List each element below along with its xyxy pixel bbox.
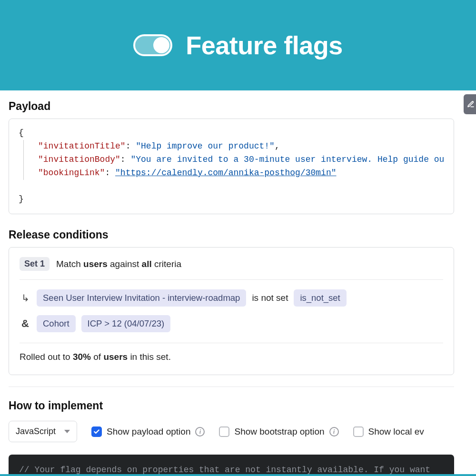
cohort-label-chip[interactable]: Cohort xyxy=(37,315,76,332)
info-icon[interactable]: i xyxy=(329,427,339,436)
language-dropdown[interactable]: JavaScript xyxy=(9,421,77,442)
show-bootstrap-option[interactable]: Show bootstrap option i xyxy=(219,426,338,437)
property-chip[interactable]: Seen User Interview Invitation - intervi… xyxy=(37,289,246,307)
checkbox-unchecked-icon xyxy=(219,426,229,437)
condition-row: ↳ Seen User Interview Invitation - inter… xyxy=(20,289,443,307)
release-set-header: Set 1 Match users against all criteria xyxy=(20,257,443,280)
and-icon: & xyxy=(20,317,31,330)
language-dropdown-label: JavaScript xyxy=(16,426,56,436)
set-badge: Set 1 xyxy=(20,257,50,271)
show-local-option[interactable]: Show local ev xyxy=(353,426,424,437)
edit-button[interactable] xyxy=(464,94,476,114)
rollout-text: Rolled out to 30% of users in this set. xyxy=(20,352,443,365)
implementation-code: // Your flag depends on properties that … xyxy=(9,455,454,476)
footer-strip xyxy=(0,474,476,476)
branch-icon: ↳ xyxy=(20,292,31,304)
page-title: Feature flags xyxy=(186,30,343,60)
implement-controls: JavaScript Show payload option i Show bo… xyxy=(9,421,454,442)
cohort-value-chip[interactable]: ICP > 12 (04/07/23) xyxy=(81,315,171,332)
show-payload-option[interactable]: Show payload option i xyxy=(91,426,205,437)
release-conditions-card: Set 1 Match users against all criteria ↳… xyxy=(9,247,454,375)
info-icon[interactable]: i xyxy=(195,427,205,436)
release-heading: Release conditions xyxy=(9,228,454,241)
condition-row: & Cohort ICP > 12 (04/07/23) xyxy=(20,315,443,332)
payload-heading: Payload xyxy=(9,100,454,113)
checkbox-unchecked-icon xyxy=(353,426,364,437)
checkbox-checked-icon xyxy=(91,426,102,437)
payload-card: { "invitationTitle": "Help improve our p… xyxy=(9,119,454,214)
chevron-down-icon xyxy=(64,430,70,433)
hero-banner: Feature flags xyxy=(0,0,476,90)
operator-text: is not set xyxy=(252,293,288,303)
payload-json: { "invitationTitle": "Help improve our p… xyxy=(19,127,444,206)
match-description: Match users against all criteria xyxy=(56,259,181,269)
operator-chip[interactable]: is_not_set xyxy=(294,289,346,307)
toggle-icon xyxy=(133,34,172,56)
implement-heading: How to implement xyxy=(9,399,454,412)
